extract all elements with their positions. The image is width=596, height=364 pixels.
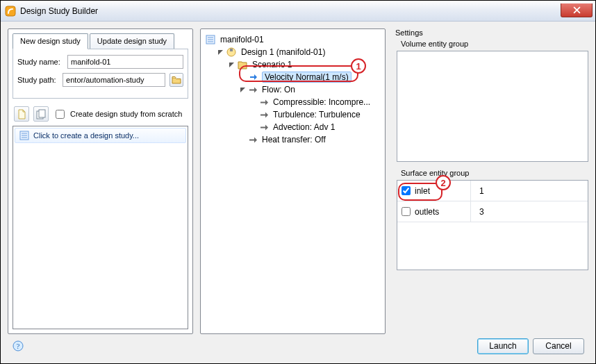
copy-doc-button[interactable] <box>33 106 49 122</box>
svg-rect-12 <box>230 49 233 51</box>
study-list-prompt-label: Click to create a design study... <box>33 131 139 140</box>
study-name-label: Study name: <box>17 58 63 66</box>
tab-label: Update design study <box>97 37 167 45</box>
tree-label: manifold-01 <box>219 35 265 44</box>
tree-label: Scenario 1 <box>251 60 293 69</box>
svg-text:?: ? <box>17 342 20 350</box>
volume-entity-listbox[interactable] <box>397 51 588 162</box>
tab-body-new: Study name: Study path: <box>13 49 188 99</box>
study-list[interactable]: Click to create a design study... <box>13 126 188 329</box>
velocity-icon <box>248 72 259 83</box>
surface-inlet-checkbox[interactable] <box>402 186 411 195</box>
design-icon <box>226 47 237 58</box>
dialog-footer: ? Launch Cancel <box>8 334 588 358</box>
tree-label: Flow: On <box>260 85 297 94</box>
tree-label: Design 1 (manifold-01) <box>240 47 326 57</box>
tree-flow[interactable]: Flow: On <box>205 83 381 96</box>
button-label: Launch <box>489 341 516 351</box>
cancel-button[interactable]: Cancel <box>533 338 584 354</box>
arrow-right-icon <box>259 110 269 119</box>
tree-advection[interactable]: Advection: Adv 1 <box>205 121 381 133</box>
tree-label: Advection: Adv 1 <box>272 122 336 132</box>
help-icon[interactable]: ? <box>12 340 24 352</box>
surface-outlets-checkbox[interactable] <box>402 207 411 216</box>
surface-entity-group-title: Surface entity group <box>401 169 588 177</box>
client-area: New design study Update design study Stu… <box>1 22 595 363</box>
tree-label: Velocity Normal(1 m/s) <box>262 72 351 83</box>
tree-design[interactable]: Design 1 (manifold-01) <box>205 46 381 58</box>
surface-row-outlets[interactable]: outlets 3 <box>397 201 588 222</box>
tree-label: Heat transfer: Off <box>260 135 327 144</box>
scenario-tree[interactable]: manifold-01 Design 1 (manifold-01) <box>205 33 381 146</box>
arrow-right-icon <box>259 97 269 107</box>
window-title: Design Study Builder <box>20 6 561 16</box>
expander-icon[interactable] <box>238 85 247 94</box>
table-icon <box>205 34 216 45</box>
tab-new-design-study[interactable]: New design study <box>13 33 88 49</box>
create-from-scratch-checkbox[interactable] <box>56 110 65 119</box>
surface-row-name: inlet <box>415 186 430 196</box>
scratch-row: Create design study from scratch <box>8 104 192 126</box>
tree-root[interactable]: manifold-01 <box>205 33 381 46</box>
annotation-callout-1: 1 <box>351 58 366 74</box>
surface-row-value: 3 <box>471 207 484 217</box>
tab-update-design-study[interactable]: Update design study <box>90 33 174 49</box>
arrow-right-icon <box>248 85 258 94</box>
scenario-icon <box>237 59 248 70</box>
tree-turbulence[interactable]: Turbulence: Turbulence <box>205 108 381 121</box>
tree-panel: manifold-01 Design 1 (manifold-01) <box>200 28 386 334</box>
app-icon <box>5 6 16 17</box>
study-path-input[interactable] <box>63 73 165 87</box>
settings-title: Settings <box>395 28 588 37</box>
launch-button[interactable]: Launch <box>477 338 529 354</box>
surface-row-name: outlets <box>415 207 439 217</box>
study-path-label: Study path: <box>17 76 58 84</box>
left-panel: New design study Update design study Stu… <box>8 28 193 334</box>
create-from-scratch-label: Create design study from scratch <box>70 110 182 118</box>
surface-row-inlet[interactable]: inlet 1 <box>397 181 588 201</box>
study-list-prompt[interactable]: Click to create a design study... <box>15 128 186 143</box>
study-name-input[interactable] <box>67 55 183 69</box>
list-icon <box>19 131 29 140</box>
button-label: Cancel <box>545 341 571 351</box>
tab-label: New design study <box>20 37 81 45</box>
svg-rect-0 <box>6 6 15 16</box>
browse-path-button[interactable] <box>169 73 183 87</box>
annotation-callout-2: 2 <box>436 175 451 190</box>
new-doc-button[interactable] <box>14 106 29 122</box>
study-tabs: New design study Update design study <box>8 29 192 49</box>
tree-compressible[interactable]: Compressible: Incompre... <box>205 96 381 108</box>
expander-icon[interactable] <box>227 60 235 69</box>
arrow-right-icon <box>259 122 269 132</box>
volume-entity-group-title: Volume entity group <box>401 40 588 48</box>
arrow-right-icon <box>248 135 258 144</box>
surface-entity-table: inlet 1 outlets 3 <box>397 180 588 270</box>
svg-rect-2 <box>39 110 45 117</box>
expander-icon[interactable] <box>216 48 224 56</box>
titlebar: Design Study Builder <box>1 1 595 22</box>
tree-label: Turbulence: Turbulence <box>272 110 362 119</box>
tree-heat-transfer[interactable]: Heat transfer: Off <box>205 133 381 146</box>
tree-label: Compressible: Incompre... <box>272 97 372 107</box>
settings-panel: Settings Volume entity group Surface ent… <box>392 28 588 334</box>
design-study-builder-window: Design Study Builder New design study Up… <box>0 0 596 364</box>
window-close-button[interactable] <box>561 3 593 17</box>
surface-row-value: 1 <box>471 186 484 196</box>
